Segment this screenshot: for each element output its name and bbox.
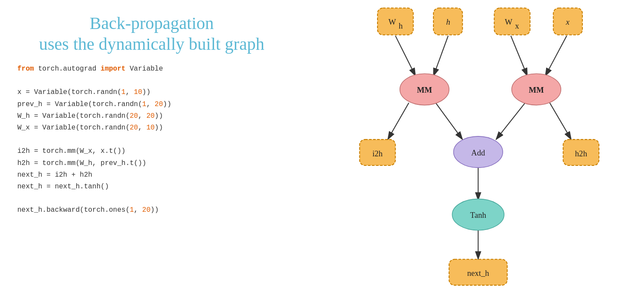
code-i2h: i2h = torch.mm(W_x, x.t())	[17, 146, 286, 157]
node-wx-label: W	[505, 17, 513, 26]
code-blank1	[17, 75, 286, 87]
node-x-label: x	[566, 17, 570, 26]
slide-title: Back-propagation uses the dynamically bu…	[17, 13, 286, 55]
edge-h-mm1	[433, 36, 448, 76]
node-h2h-label: h2h	[575, 149, 588, 158]
code-h2h: h2h = torch.mm(W_h, prev_h.t())	[17, 158, 286, 169]
node-h-label: h	[446, 17, 450, 26]
code-block: from torch.autograd import Variable x = …	[17, 63, 286, 216]
node-next-h-label: next_h	[467, 268, 489, 278]
node-mm1-label: MM	[417, 85, 432, 94]
code-blank3	[17, 193, 286, 204]
code-next-h1: next_h = i2h + h2h	[17, 169, 286, 181]
edge-wh-mm1	[395, 36, 415, 76]
computation-graph: W h h W x x MM MM i2h Add h2h Tanh next_…	[303, 0, 644, 304]
code-wh: W_h = Variable(torch.randn(20, 20))	[17, 110, 286, 122]
node-wh-sub: h	[399, 21, 403, 30]
node-mm2-label: MM	[529, 85, 544, 94]
code-blank2	[17, 134, 286, 146]
left-panel: Back-propagation uses the dynamically bu…	[0, 0, 303, 229]
edge-x-mm2	[545, 36, 567, 76]
code-wx: W_x = Variable(torch.randn(20, 10))	[17, 122, 286, 134]
edge-mm2-h2h	[550, 103, 572, 139]
title-line2: uses the dynamically built graph	[39, 34, 264, 54]
code-next-h2: next_h = next_h.tanh()	[17, 181, 286, 193]
title-line1: Back-propagation	[90, 13, 214, 33]
edge-mm1-add	[436, 103, 462, 139]
code-prev-h: prev_h = Variable(torch.randn(1, 20))	[17, 99, 286, 110]
node-wx-sub: x	[515, 21, 519, 30]
code-backward: next_h.backward(torch.ones(1, 20))	[17, 204, 286, 216]
right-panel: W h h W x x MM MM i2h Add h2h Tanh next_…	[303, 0, 644, 304]
node-i2h-label: i2h	[372, 149, 383, 158]
node-add-label: Add	[471, 148, 485, 157]
code-x: x = Variable(torch.randn(1, 10))	[17, 87, 286, 98]
edge-wx-mm2	[511, 36, 527, 76]
edge-mm2-add	[496, 103, 525, 139]
import-line: from torch.autograd import Variable	[17, 63, 286, 75]
node-wh-label: W	[388, 17, 396, 26]
edge-mm1-i2h	[388, 103, 409, 139]
node-tanh-label: Tanh	[470, 210, 487, 220]
